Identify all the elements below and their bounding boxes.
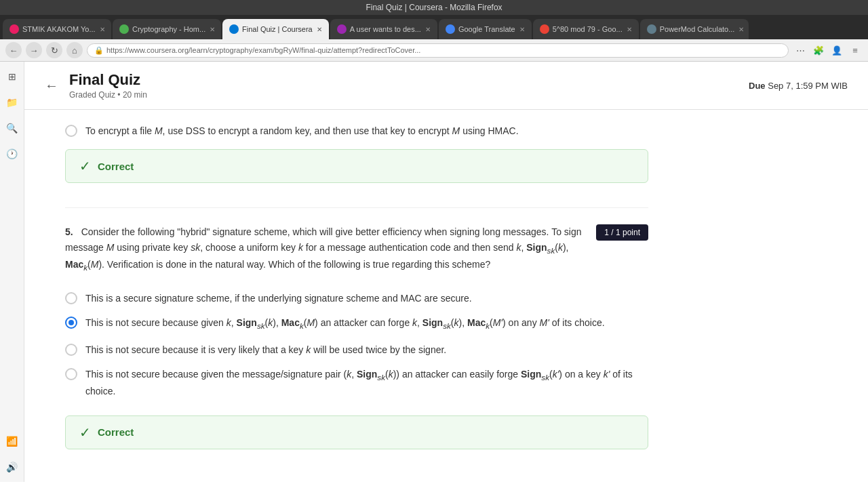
tab-label-powermod: PowerMod Calculato... (660, 25, 735, 33)
radio-2[interactable] (65, 317, 77, 329)
tab-stmik[interactable]: STMIK AKAKOM Yo... ✕ (3, 19, 111, 39)
home-button[interactable]: ⌂ (66, 42, 83, 58)
menu-icon[interactable]: ≡ (848, 43, 863, 58)
title-bar: Final Quiz | Coursera - Mozilla Firefox (0, 0, 868, 15)
tab-close-stmik[interactable]: ✕ (100, 26, 105, 33)
option-2: This is not secure because given k, Sign… (65, 315, 648, 332)
tab-close-powermod[interactable]: ✕ (738, 26, 744, 33)
tab-5mod[interactable]: 5^80 mod 79 - Goo... ✕ (533, 19, 639, 39)
tab-icon-translate (446, 24, 455, 34)
back-button[interactable]: ← (5, 42, 22, 58)
sidebar-files-icon[interactable]: 📁 (3, 93, 22, 112)
due-label: Due (749, 81, 766, 91)
tab-close-5mod[interactable]: ✕ (627, 26, 632, 33)
browser-chrome: Final Quiz | Coursera - Mozilla Firefox … (0, 0, 868, 62)
due-date: Due Sep 7, 1:59 PM WIB (749, 81, 848, 91)
sidebar-history-icon[interactable]: 🕐 (3, 144, 22, 163)
tab-label-crypto: Cryptography - Hom... (132, 25, 205, 33)
tab-label-5mod: 5^80 mod 79 - Goo... (553, 25, 623, 33)
tab-close-crypto[interactable]: ✕ (210, 26, 215, 33)
tab-translate[interactable]: Google Translate ✕ (439, 19, 532, 39)
prev-option-text: To encrypt a file M, use DSS to encrypt … (85, 123, 519, 138)
page-title-section: Final Quiz Graded Quiz • 20 min (69, 71, 147, 100)
question-5-text: 5. Consider the following "hybrid" signa… (65, 224, 585, 274)
forward-button[interactable]: → (26, 42, 42, 58)
main-content: ← Final Quiz Graded Quiz • 20 min Due Se… (24, 62, 868, 482)
prev-option: To encrypt a file M, use DSS to encrypt … (65, 123, 648, 138)
tab-label-translate: Google Translate (458, 25, 515, 33)
due-date-value: Sep 7, 1:59 PM WIB (768, 81, 848, 91)
tab-icon-powermod (647, 24, 656, 34)
window-title: Final Quiz | Coursera - Mozilla Firefox (366, 3, 502, 12)
quiz-content: To encrypt a file M, use DSS to encrypt … (24, 110, 689, 476)
question-5-section: 5. Consider the following "hybrid" signa… (65, 208, 648, 449)
sidebar-sound-icon: 🔊 (3, 458, 22, 476)
url-field[interactable]: 🔒 https://www.coursera.org/learn/cryptog… (87, 43, 789, 58)
prev-correct-label: Correct (98, 161, 134, 172)
question-5-body: 5. Consider the following "hybrid" signa… (65, 224, 585, 279)
profile-icon[interactable]: 👤 (829, 43, 844, 58)
question-5-header: 5. Consider the following "hybrid" signa… (65, 224, 648, 279)
radio-1[interactable] (65, 292, 77, 304)
address-bar: ← → ↻ ⌂ 🔒 https://www.coursera.org/learn… (0, 39, 868, 62)
page-subtitle: Graded Quiz • 20 min (69, 90, 147, 100)
options-list: This is a secure signature scheme, if th… (65, 291, 648, 399)
option-4-text: This is not secure because given the mes… (85, 367, 648, 399)
browser-body: ⊞ 📁 🔍 🕐 📶 🔊 ← Final Quiz Graded Quiz • 2… (0, 62, 868, 482)
radio-4[interactable] (65, 368, 77, 380)
url-text: https://www.coursera.org/learn/cryptogra… (106, 46, 420, 54)
back-to-course-button[interactable]: ← (45, 78, 58, 94)
left-sidebar: ⊞ 📁 🔍 🕐 📶 🔊 (0, 62, 24, 482)
tab-label-stmik: STMIK AKAKOM Yo... (22, 25, 96, 33)
tab-icon-quiz (229, 24, 239, 34)
tab-icon-crypto (119, 24, 129, 34)
tab-bar: STMIK AKAKOM Yo... ✕ Cryptography - Hom.… (0, 15, 868, 39)
tab-icon-stmik (9, 24, 19, 34)
option-3-text: This is not secure because it is very li… (85, 342, 446, 357)
tab-user[interactable]: A user wants to des... ✕ (330, 19, 437, 39)
option-4: This is not secure because given the mes… (65, 367, 648, 399)
extensions-icon[interactable]: 🧩 (811, 43, 826, 58)
prev-correct-icon: ✓ (79, 158, 91, 174)
tab-label-user: A user wants to des... (350, 25, 421, 33)
tab-label-quiz: Final Quiz | Coursera (242, 25, 313, 33)
prev-correct-box: ✓ Correct (65, 149, 648, 183)
prev-answer-section: To encrypt a file M, use DSS to encrypt … (65, 110, 648, 208)
tab-close-quiz[interactable]: ✕ (317, 26, 322, 33)
option-2-text: This is not secure because given k, Sign… (85, 315, 605, 332)
tab-powermod[interactable]: PowerMod Calculato... ✕ (640, 19, 749, 39)
sidebar-home-icon[interactable]: ⊞ (3, 67, 22, 86)
option-1-text: This is a secure signature scheme, if th… (85, 291, 472, 306)
question-5-number: 5. (65, 224, 73, 239)
tab-icon-user (337, 24, 347, 34)
q5-correct-box: ✓ Correct (65, 415, 648, 449)
tab-quiz[interactable]: Final Quiz | Coursera ✕ (222, 19, 329, 39)
q5-correct-label: Correct (98, 426, 134, 438)
bookmarks-icon[interactable]: ⋯ (793, 43, 808, 58)
option-1: This is a secure signature scheme, if th… (65, 291, 648, 306)
sidebar-search-icon[interactable]: 🔍 (3, 119, 22, 138)
page-header: ← Final Quiz Graded Quiz • 20 min Due Se… (24, 62, 868, 110)
toolbar-icons: ⋯ 🧩 👤 ≡ (793, 43, 863, 58)
tab-close-translate[interactable]: ✕ (519, 26, 525, 33)
radio-3[interactable] (65, 344, 77, 356)
sidebar-wifi-icon: 📶 (3, 432, 22, 451)
tab-crypto[interactable]: Cryptography - Hom... ✕ (113, 19, 221, 39)
tab-icon-5mod (540, 24, 549, 34)
option-3: This is not secure because it is very li… (65, 342, 648, 357)
reload-button[interactable]: ↻ (46, 42, 62, 58)
prev-radio[interactable] (65, 125, 77, 137)
points-badge: 1 / 1 point (596, 224, 648, 241)
page-title: Final Quiz (69, 71, 147, 89)
tab-close-user[interactable]: ✕ (425, 26, 431, 33)
q5-correct-icon: ✓ (79, 424, 91, 441)
lock-icon: 🔒 (94, 46, 104, 55)
